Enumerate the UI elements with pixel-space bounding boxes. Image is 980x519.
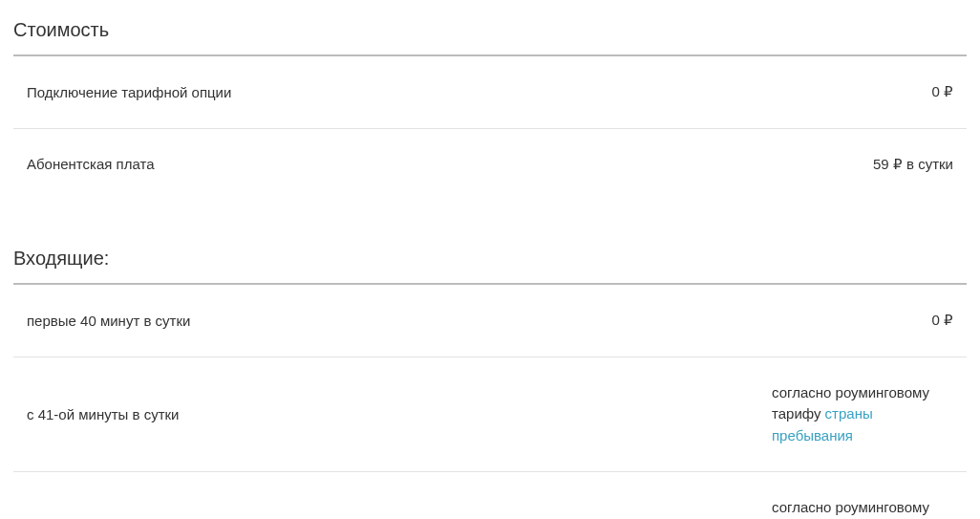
value-prefix: согласно роуминговому тарифу: [772, 499, 929, 519]
table-row: с 41-ой минуты в сутки согласно роуминго…: [13, 357, 967, 473]
incoming-section: Входящие: первые 40 минут в сутки 0 ₽ с …: [0, 228, 980, 519]
row-label: Абонентская плата: [27, 156, 873, 172]
row-value: согласно роуминговому тарифу страны преб…: [772, 382, 953, 447]
row-label: первые 40 минут в сутки: [27, 313, 931, 329]
row-value: 0 ₽: [931, 81, 953, 103]
row-label: Подключение тарифной опции: [27, 84, 931, 100]
row-value: согласно роуминговому тарифу страны преб…: [772, 497, 953, 519]
pricing-section: Стоимость Подключение тарифной опции 0 ₽…: [0, 0, 980, 200]
table-row: Остальные услуги связи согласно роуминго…: [13, 472, 967, 519]
table-row: Абонентская плата 59 ₽ в сутки: [13, 129, 967, 201]
row-value: 0 ₽: [931, 310, 953, 332]
table-row: первые 40 минут в сутки 0 ₽: [13, 285, 967, 357]
row-label: с 41-ой минуты в сутки: [27, 406, 772, 422]
table-row: Подключение тарифной опции 0 ₽: [13, 56, 967, 129]
row-value: 59 ₽ в сутки: [873, 154, 953, 176]
section-title-incoming: Входящие:: [13, 228, 967, 285]
section-title-cost: Стоимость: [13, 0, 967, 56]
